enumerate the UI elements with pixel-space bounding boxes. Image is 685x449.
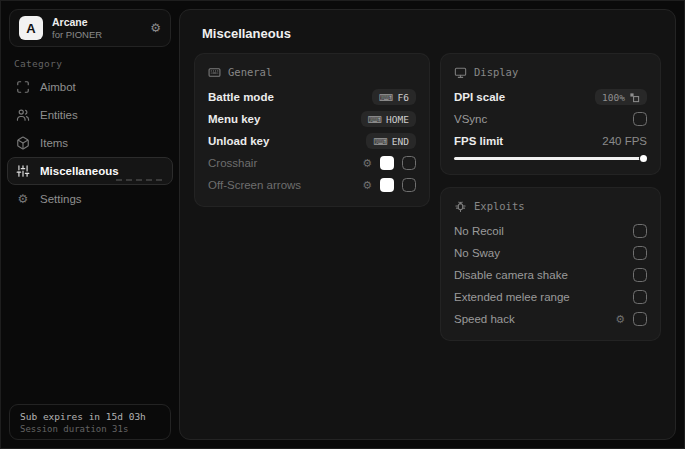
gear-icon[interactable]: ⚙	[362, 157, 372, 170]
general-panel: General Battle mode ⌨ F6 Menu key ⌨ HOME	[194, 53, 430, 207]
setting-row-speed-hack: Speed hack ⚙	[454, 308, 647, 330]
subscription-info-card: Sub expires in 15d 03h Session duration …	[9, 404, 171, 440]
keyboard-icon: ⌨	[368, 114, 382, 125]
dpi-scale-badge[interactable]: 100%	[595, 89, 647, 105]
app-meta: Arcane for PIONER	[52, 16, 141, 41]
keybind-badge[interactable]: ⌨ F6	[372, 89, 416, 105]
panel-title: Display	[474, 66, 518, 78]
checkbox[interactable]	[402, 156, 416, 170]
keyboard-icon: ⌨	[379, 92, 393, 103]
checkbox[interactable]	[633, 246, 647, 260]
display-panel: Display DPI scale 100%	[440, 53, 661, 175]
keyboard-icon	[208, 66, 221, 79]
slider-track	[454, 157, 647, 160]
color-swatch[interactable]	[380, 178, 394, 192]
setting-row-vsync: VSync	[454, 108, 647, 130]
dpi-scale-value: 100%	[602, 92, 625, 103]
gear-icon[interactable]: ⚙	[150, 21, 161, 35]
setting-row-offscreen-arrows: Off-Screen arrows ⚙	[208, 174, 416, 196]
sidebar-item-miscellaneous[interactable]: Miscellaneous	[7, 157, 173, 185]
app-window: A Arcane for PIONER ⚙ Category Aimbot	[0, 0, 685, 449]
exploits-panel: Exploits No Recoil No Sway Disable camer…	[440, 187, 661, 341]
sidebar-item-label: Items	[40, 137, 68, 149]
app-subtitle: for PIONER	[52, 29, 141, 41]
setting-label: Unload key	[208, 135, 269, 147]
slider-knob[interactable]	[640, 155, 647, 162]
setting-label: No Sway	[454, 247, 500, 259]
keyboard-icon: ⌨	[373, 136, 387, 147]
sidebar-item-label: Aimbot	[40, 81, 76, 93]
sidebar: A Arcane for PIONER ⚙ Category Aimbot	[1, 1, 179, 448]
keybind-value: END	[392, 136, 409, 147]
users-icon	[16, 108, 30, 122]
category-label: Category	[14, 58, 62, 69]
setting-label: FPS limit	[454, 135, 503, 147]
scale-icon	[629, 92, 640, 103]
setting-label: Menu key	[208, 113, 260, 125]
gear-icon[interactable]: ⚙	[362, 179, 372, 192]
color-swatch[interactable]	[380, 156, 394, 170]
panel-columns: General Battle mode ⌨ F6 Menu key ⌨ HOME	[194, 53, 661, 341]
keybind-badge[interactable]: ⌨ END	[366, 133, 416, 149]
sidebar-item-settings[interactable]: ⚙ Settings	[7, 185, 173, 213]
checkbox[interactable]	[633, 290, 647, 304]
setting-label: Extended melee range	[454, 291, 570, 303]
checkbox[interactable]	[633, 268, 647, 282]
sidebar-item-items[interactable]: Items	[7, 129, 173, 157]
setting-label: Off-Screen arrows	[208, 179, 301, 191]
sidebar-item-label: Entities	[40, 109, 78, 121]
row-controls: ⚙	[615, 312, 647, 326]
checkbox[interactable]	[633, 112, 647, 126]
setting-row-unload-key: Unload key ⌨ END	[208, 130, 416, 152]
sidebar-item-label: Miscellaneous	[40, 165, 119, 177]
setting-label: Disable camera shake	[454, 269, 568, 281]
gear-icon[interactable]: ⚙	[615, 313, 625, 326]
fps-limit-value: 240 FPS	[602, 135, 647, 147]
app-name: Arcane	[52, 16, 141, 29]
crosshair-scan-icon	[16, 80, 30, 94]
main-panel: Miscellaneous General Battle mode	[179, 9, 676, 440]
setting-row-dpi-scale: DPI scale 100%	[454, 86, 647, 108]
setting-row-menu-key: Menu key ⌨ HOME	[208, 108, 416, 130]
fps-limit-slider[interactable]	[454, 154, 647, 164]
sidebar-item-label: Settings	[40, 193, 82, 205]
sidebar-nav: Aimbot Entities Items	[7, 73, 173, 213]
keybind-value: HOME	[386, 114, 409, 125]
sidebar-item-entities[interactable]: Entities	[7, 101, 173, 129]
setting-row-extended-melee-range: Extended melee range	[454, 286, 647, 308]
checkbox[interactable]	[633, 312, 647, 326]
right-column: Display DPI scale 100%	[440, 53, 661, 341]
row-controls: ⚙	[362, 178, 416, 192]
setting-row-disable-camera-shake: Disable camera shake	[454, 264, 647, 286]
keybind-badge[interactable]: ⌨ HOME	[361, 111, 416, 127]
app-logo: A	[19, 16, 43, 40]
setting-label: Speed hack	[454, 313, 515, 325]
app-header-card: A Arcane for PIONER ⚙	[9, 9, 171, 47]
setting-row-fps-limit: FPS limit 240 FPS	[454, 130, 647, 152]
box-icon	[16, 136, 30, 150]
checkbox[interactable]	[633, 224, 647, 238]
setting-row-no-recoil: No Recoil	[454, 220, 647, 242]
panel-title: General	[228, 66, 272, 78]
setting-label: VSync	[454, 113, 487, 125]
setting-row-crosshair: Crosshair ⚙	[208, 152, 416, 174]
dashed-decoration	[116, 179, 162, 181]
app-logo-letter: A	[26, 21, 35, 36]
setting-row-battle-mode: Battle mode ⌨ F6	[208, 86, 416, 108]
display-panel-header: Display	[454, 64, 647, 80]
gear-icon: ⚙	[16, 192, 30, 206]
setting-row-no-sway: No Sway	[454, 242, 647, 264]
panel-title: Exploits	[474, 200, 525, 212]
row-controls: ⚙	[362, 156, 416, 170]
general-panel-header: General	[208, 64, 416, 80]
exploits-panel-header: Exploits	[454, 198, 647, 214]
sliders-icon	[16, 164, 30, 178]
setting-label: Crosshair	[208, 157, 257, 169]
bug-icon	[454, 200, 467, 213]
monitor-icon	[454, 66, 467, 79]
sidebar-item-aimbot[interactable]: Aimbot	[7, 73, 173, 101]
session-duration-text: Session duration 31s	[20, 424, 160, 434]
setting-label: Battle mode	[208, 91, 274, 103]
checkbox[interactable]	[402, 178, 416, 192]
keybind-value: F6	[398, 92, 409, 103]
